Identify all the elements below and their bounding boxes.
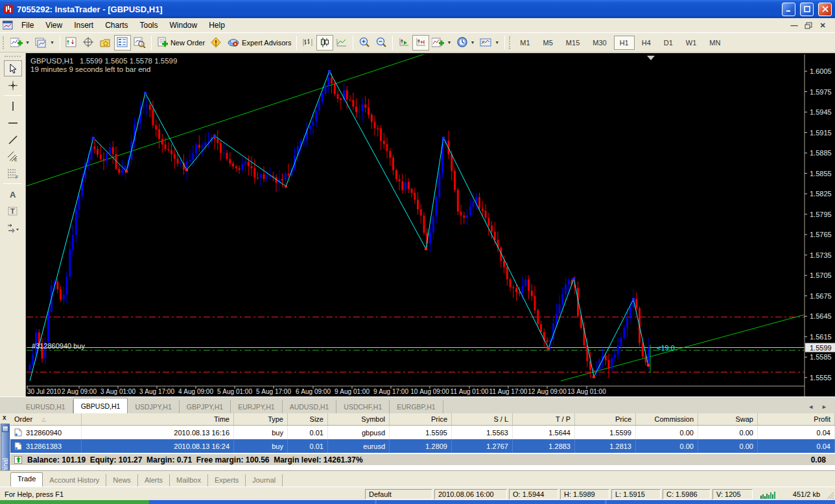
column-header-order[interactable]: Order △ [10, 413, 82, 425]
chart-tab-usdchf-h1[interactable]: USDCHF,H1 [336, 400, 390, 413]
menu-item-help[interactable]: Help [203, 19, 231, 32]
status-profile[interactable]: Default [365, 489, 432, 499]
templates-button[interactable]: ▼ [477, 35, 502, 51]
column-header-time[interactable]: Time [82, 413, 234, 425]
close-button[interactable] [818, 3, 832, 16]
timeframe-h4[interactable]: H4 [636, 36, 657, 50]
chart-tab-eurjpy-h1[interactable]: EURJPY,H1 [231, 400, 282, 413]
zigzag-pivot-marker[interactable] [425, 247, 427, 250]
text-tool-button[interactable]: A [4, 186, 22, 202]
new-chart-button[interactable]: ▼ [8, 35, 32, 51]
chart-area[interactable]: GBPUSD,H1 1.5599 1.5605 1.5578 1.559919 … [25, 53, 835, 396]
toolbar-grip[interactable] [509, 36, 512, 49]
new-order-button[interactable]: New Order [154, 35, 207, 51]
crosshair-tool-button[interactable] [4, 77, 22, 93]
chart-window-icon[interactable] [3, 21, 13, 30]
mdi-close-button[interactable]: ✕ [817, 21, 829, 30]
tick-chart-button[interactable] [63, 35, 80, 51]
column-header-t-p[interactable]: T / P [513, 413, 575, 425]
line-chart-mode-button[interactable] [333, 35, 350, 51]
zigzag-pivot-marker[interactable] [593, 376, 595, 378]
zigzag-pivot-marker[interactable] [185, 168, 188, 171]
crosshair-button[interactable] [80, 35, 97, 51]
expert-advisors-button[interactable]: Expert Advisors [224, 35, 294, 51]
timeframe-d1[interactable]: D1 [658, 36, 679, 50]
terminal-tab-trade[interactable]: Trade [10, 472, 43, 487]
timeframe-h1[interactable]: H1 [614, 36, 635, 50]
zigzag-pivot-marker[interactable] [285, 185, 287, 188]
timeframe-w1[interactable]: W1 [680, 36, 703, 50]
column-header-size[interactable]: Size [288, 413, 328, 425]
trendline-tool-button[interactable] [4, 132, 22, 148]
terminal-tab-experts[interactable]: Experts [208, 474, 246, 487]
terminal-tab-account-history[interactable]: Account History [43, 474, 106, 487]
zigzag-pivot-marker[interactable] [92, 137, 95, 139]
chart-shift-button[interactable] [412, 35, 429, 51]
timeframe-m30[interactable]: M30 [587, 36, 612, 50]
zoom-out-button[interactable] [373, 35, 390, 51]
maximize-button[interactable] [800, 3, 814, 16]
chart-tab-eurusd-h1[interactable]: EURUSD,H1 [19, 400, 73, 413]
vertical-line-tool-button[interactable] [4, 98, 22, 114]
order-row[interactable]: 3128613832010.08.13 16:24buy0.01eurusd1.… [10, 439, 835, 453]
chart-tab-gbpjpy-h1[interactable]: GBPJPY,H1 [180, 400, 231, 413]
periods-button[interactable]: ▼ [454, 35, 477, 51]
menu-item-window[interactable]: Window [164, 19, 204, 32]
timeframe-m1[interactable]: M1 [514, 36, 535, 50]
auto-scroll-button[interactable] [395, 35, 412, 51]
column-header-price[interactable]: Price [390, 413, 452, 425]
column-header-price[interactable]: Price [575, 413, 636, 425]
terminal-tab-news[interactable]: News [106, 474, 138, 487]
zigzag-pivot-marker[interactable] [442, 137, 445, 139]
column-header-type[interactable]: Type [234, 413, 288, 425]
data-window-button[interactable] [131, 35, 148, 51]
column-header-s-l[interactable]: S / L [452, 413, 513, 425]
column-header-commission[interactable]: Commission [636, 413, 698, 425]
favorites-button[interactable] [97, 35, 114, 51]
timeframe-m15[interactable]: M15 [560, 36, 585, 50]
zigzag-pivot-marker[interactable] [144, 92, 147, 95]
resize-grip[interactable] [826, 491, 834, 499]
chart-tab-eurgbp-h1[interactable]: EURGBP,H1 [390, 400, 443, 413]
chart-tab-gbpusd-h1[interactable]: GBPUSD,H1 [73, 398, 128, 413]
menu-item-insert[interactable]: Insert [68, 19, 99, 32]
tab-scroll-right-icon[interactable]: ► [821, 404, 827, 410]
zoom-in-button[interactable] [356, 35, 373, 51]
zigzag-pivot-marker[interactable] [125, 170, 128, 172]
fibonacci-tool-button[interactable]: F [4, 165, 22, 181]
arrows-tool-button[interactable] [4, 220, 22, 236]
indicators-button[interactable]: ▼ [429, 35, 454, 51]
alert-button[interactable] [207, 35, 224, 51]
zigzag-pivot-marker[interactable] [547, 347, 550, 350]
text-label-tool-button[interactable]: T [4, 203, 22, 219]
column-header-symbol[interactable]: Symbol [328, 413, 390, 425]
zigzag-pivot-marker[interactable] [632, 298, 635, 301]
candlestick-mode-button[interactable] [316, 35, 333, 51]
mdi-minimize-button[interactable]: — [788, 21, 800, 30]
order-row[interactable]: 3128609402010.08.13 16:16buy0.01gbpusd1.… [10, 426, 835, 439]
menu-item-view[interactable]: View [40, 19, 68, 32]
zigzag-pivot-marker[interactable] [213, 135, 216, 137]
zigzag-pivot-marker[interactable] [647, 364, 650, 367]
toolbar-grip[interactable] [5, 56, 21, 58]
horizontal-line-tool-button[interactable] [4, 115, 22, 131]
column-header-swap[interactable]: Swap [698, 413, 758, 425]
tab-scroll-left-icon[interactable]: ◄ [808, 404, 814, 410]
menu-item-charts[interactable]: Charts [99, 19, 134, 32]
price-chart[interactable]: GBPUSD,H1 1.5599 1.5605 1.5578 1.559919 … [27, 54, 835, 396]
toolbar-grip[interactable] [3, 36, 5, 49]
zigzag-pivot-marker[interactable] [328, 70, 331, 73]
terminal-tab-mailbox[interactable]: Mailbox [170, 474, 208, 487]
menu-item-tools[interactable]: Tools [134, 19, 164, 32]
chart-tab-audusd-h1[interactable]: AUDUSD,H1 [283, 400, 337, 413]
column-header-profit[interactable]: Profit [758, 413, 835, 425]
menu-item-file[interactable]: File [16, 19, 40, 32]
channel-tool-button[interactable]: E [4, 148, 22, 165]
timeframe-m5[interactable]: M5 [537, 36, 559, 50]
minimize-button[interactable] [782, 3, 795, 16]
profiles-button[interactable]: ▼ [32, 35, 57, 51]
zigzag-pivot-marker[interactable] [572, 277, 575, 280]
market-watch-button[interactable] [114, 35, 131, 51]
bar-chart-mode-button[interactable] [300, 35, 316, 51]
terminal-tab-journal[interactable]: Journal [246, 474, 283, 487]
